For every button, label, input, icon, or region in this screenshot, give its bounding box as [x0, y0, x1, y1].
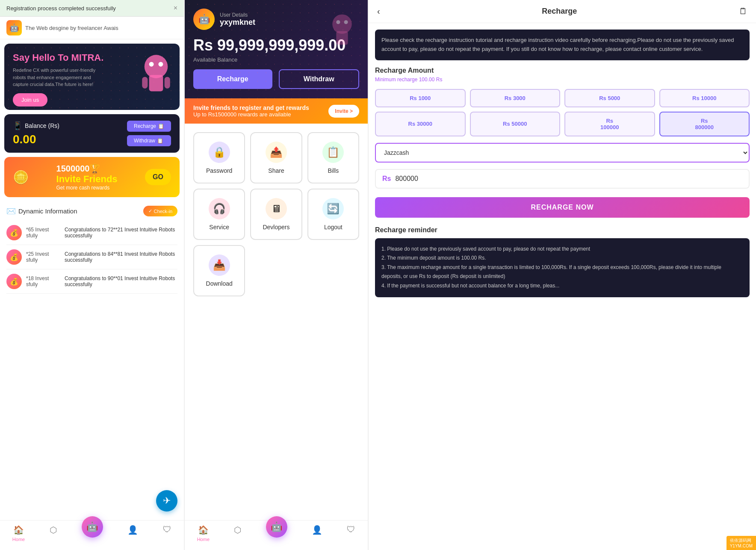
- nav-mid-robot[interactable]: 🤖: [266, 525, 287, 548]
- available-label: Available Balance: [193, 56, 359, 63]
- nav-cube[interactable]: ⬡: [50, 525, 57, 548]
- robot-decoration: [137, 48, 175, 99]
- reminder-title: Recharge reminder: [375, 226, 750, 234]
- nav-robot[interactable]: 🤖: [82, 525, 103, 548]
- notification-close[interactable]: ×: [174, 4, 177, 12]
- dynamic-section: ✉️ Dynamic Information ✓ Check-in 💰 *65 …: [0, 201, 184, 298]
- menu-item-logout[interactable]: 🔄 Logout: [307, 189, 359, 240]
- menu-label-developers: Devlopers: [263, 224, 289, 231]
- payment-method-select[interactable]: Jazzcash Easypaisa Bank Transfer: [375, 143, 750, 163]
- nav-mid-home[interactable]: 🏠 Home: [197, 525, 210, 548]
- news-item: 💰 *25 Invest sfully Congratulations to 8…: [6, 245, 177, 269]
- svg-point-2: [158, 62, 163, 67]
- news-left-text: *18 Invest sfully: [26, 275, 60, 287]
- menu-label-logout: Logout: [324, 224, 343, 231]
- recharge-amount-section: Recharge Amount Minimum recharge 100.00 …: [369, 67, 756, 136]
- nav-home[interactable]: 🏠 Home: [12, 525, 25, 548]
- notification-message: Registration process completed successfu…: [6, 5, 116, 12]
- amount-btn-1000[interactable]: Rs 1000: [375, 89, 466, 107]
- amount-btn-5000[interactable]: Rs 5000: [564, 89, 655, 107]
- user-recharge-button[interactable]: Recharge: [193, 69, 272, 89]
- go-button[interactable]: GO: [145, 169, 171, 185]
- recharge-now-button[interactable]: RECHARGE NOW: [375, 197, 750, 218]
- news-item: 💰 *65 Invest sfully Congratulations to 7…: [6, 221, 177, 245]
- bottom-nav-left: 🏠 Home ⬡ 🤖 👤 🛡: [0, 520, 184, 550]
- join-button[interactable]: Join us: [13, 93, 47, 106]
- header-subtitle: The Web desgine by freelancer Awais: [25, 25, 118, 31]
- shield-icon: 🛡: [163, 525, 171, 535]
- mitra-banner: Say Hello To MITRA. Redefine CX with pow…: [4, 44, 180, 110]
- news-text: Congratulations to 72**21 Invest Intuiti…: [65, 227, 177, 239]
- cube-icon-mid: ⬡: [234, 525, 241, 535]
- bills-icon: 📋: [322, 142, 344, 163]
- bg-robot-icon: [325, 9, 359, 51]
- user-avatar: 🤖: [193, 9, 215, 30]
- recharge-info-text: Please check the recharge instruction tu…: [381, 37, 734, 52]
- menu-label-password: Password: [206, 167, 232, 174]
- menu-grid: 🔒 Password 📤 Share 📋 Bills 🎧 Service 🖥 D…: [185, 124, 368, 305]
- reminder-section: Recharge reminder 1. Please do not use t…: [369, 226, 756, 306]
- invite-title: Invite Friends: [56, 174, 118, 185]
- invite-subtitle: Get more cash rewards: [56, 185, 118, 191]
- amount-btn-10000[interactable]: Rs 10000: [659, 89, 750, 107]
- invite-amount: 1500000🏆: [56, 163, 118, 174]
- amount-input-wrap: Rs: [369, 169, 756, 189]
- service-icon: 🎧: [209, 198, 230, 219]
- robot-nav-icon: 🤖: [82, 516, 103, 538]
- news-icon: 💰: [6, 249, 22, 265]
- developers-icon: 🖥: [266, 198, 287, 219]
- bottom-nav-mid: 🏠 Home ⬡ 🤖 👤 🛡: [185, 520, 368, 550]
- menu-item-bills[interactable]: 📋 Bills: [307, 132, 359, 183]
- balance-amount: 0.00: [13, 133, 59, 146]
- amount-grid: Rs 1000 Rs 3000 Rs 5000 Rs 10000 Rs 3000…: [375, 89, 750, 136]
- user-withdraw-button[interactable]: Withdraw: [279, 69, 360, 89]
- amount-btn-50000[interactable]: Rs 50000: [470, 112, 561, 136]
- recharge-info-box: Please check the recharge instruction tu…: [375, 30, 750, 60]
- panel-middle: 🤖 User Details yxymknet Rs 99,999,999,99…: [184, 0, 368, 550]
- news-icon: 💰: [6, 274, 22, 289]
- menu-item-service[interactable]: 🎧 Service: [193, 189, 245, 240]
- menu-item-password[interactable]: 🔒 Password: [193, 132, 245, 183]
- nav-mid-shield[interactable]: 🛡: [347, 525, 355, 548]
- back-button[interactable]: ‹: [377, 6, 380, 16]
- nav-shield[interactable]: 🛡: [163, 525, 171, 548]
- amount-btn-100000[interactable]: Rs100000: [564, 112, 655, 136]
- menu-label-bills: Bills: [328, 167, 339, 174]
- nav-mid-cube[interactable]: ⬡: [234, 525, 241, 548]
- amount-btn-30000[interactable]: Rs 30000: [375, 112, 466, 136]
- menu-item-share[interactable]: 📤 Share: [250, 132, 302, 183]
- invite-strip-button[interactable]: Invite >: [328, 105, 359, 118]
- notification-bar: Registration process completed successfu…: [0, 0, 184, 17]
- username: yxymknet: [220, 18, 255, 27]
- news-text: Congratulations to 90**01 Invest Intuiti…: [65, 275, 177, 287]
- menu-label-download: Download: [206, 280, 233, 287]
- svg-point-1: [149, 62, 154, 67]
- amount-btn-3000[interactable]: Rs 3000: [470, 89, 561, 107]
- amount-section-title: Recharge Amount: [375, 67, 750, 74]
- amount-btn-800000[interactable]: Rs800000: [659, 112, 750, 136]
- menu-item-developers[interactable]: 🖥 Devlopers: [250, 189, 302, 240]
- news-item: 💰 *18 Invest sfully Congratulations to 9…: [6, 269, 177, 294]
- mitra-subtitle: Redefine CX with powerful user-friendly …: [13, 67, 98, 88]
- reminder-text: 1. Please do not use the previously save…: [381, 245, 743, 291]
- nav-mid-profile[interactable]: 👤: [312, 525, 322, 548]
- balance-withdraw-button[interactable]: Withdraw 📋: [127, 135, 171, 146]
- password-icon: 🔒: [209, 142, 230, 163]
- news-left-text: *65 Invest sfully: [26, 227, 60, 239]
- profile-icon: 👤: [127, 525, 138, 535]
- balance-recharge-button[interactable]: Recharge 📋: [127, 121, 171, 132]
- checkin-button[interactable]: ✓ Check-in: [143, 206, 177, 216]
- news-list: 💰 *65 Invest sfully Congratulations to 7…: [6, 221, 177, 294]
- nav-profile[interactable]: 👤: [127, 525, 138, 548]
- news-icon: 💰: [6, 225, 22, 240]
- telegram-button[interactable]: ✈: [156, 490, 177, 512]
- amount-input[interactable]: [395, 175, 742, 183]
- invite-strip: Invite friends to register and get rewar…: [185, 98, 368, 124]
- shield-icon-mid: 🛡: [347, 525, 355, 535]
- menu-item-download[interactable]: 📥 Download: [193, 245, 245, 296]
- robot-nav-icon-mid: 🤖: [266, 516, 287, 538]
- receipt-icon[interactable]: 🗒: [739, 6, 747, 16]
- balance-card: 📱 Balance (Rs) 0.00 Recharge 📋 Withdraw …: [4, 114, 180, 153]
- svg-rect-4: [142, 77, 148, 89]
- recharge-header: ‹ Recharge 🗒: [369, 0, 756, 23]
